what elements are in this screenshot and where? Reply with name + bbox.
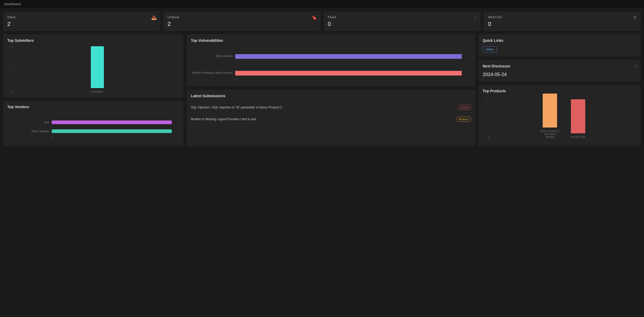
top-vulnerabilities-panel: Top Vulnerabilities SQL Injection Broken… <box>187 34 475 87</box>
submission-text-logout: Broken or Missing Logout Function / test… <box>191 117 256 121</box>
vendor-row-demo: Demo Vendor <box>7 129 179 133</box>
dashboard-title: Dashboard <box>4 2 21 6</box>
submission-row-logout[interactable]: Broken or Missing Logout Function / test… <box>191 113 471 125</box>
vuln-bar-sql <box>235 54 462 59</box>
pbar-label-asd: asd (by asd) <box>571 135 585 138</box>
left-column: Top Submitters 2 1 0 hschrader <box>3 34 184 146</box>
top-products-title: Top Products <box>483 89 637 93</box>
badge-medium: Medium <box>456 117 471 122</box>
stat-card-won-t-fix: Won't Fix 0 🗑 <box>484 11 641 31</box>
next-disclosure-panel: Next Disclosure 2024-05-24 ⊙ <box>478 60 641 82</box>
submissions-list: SQL Injection / SQL-Injection in "id" pa… <box>191 102 471 125</box>
stat-card-inbox: Inbox 2 📥 <box>3 11 160 31</box>
bar-label-hschrader: hschrader <box>92 90 103 93</box>
stat-icon: 🗑 <box>633 15 637 20</box>
vendors-bar-chart: asd Demo Vendor <box>7 118 179 136</box>
stat-value: 2 <box>168 21 316 27</box>
vuln-row-logout: Broken or Missing Logout Function <box>191 71 471 74</box>
stat-value: 2 <box>7 21 156 27</box>
pbar-label-demo2: Demo Product 2 (by Demo Vendor) <box>540 130 560 138</box>
pbar-demo2 <box>543 94 557 128</box>
submitters-bar-chart: 2 1 0 hschrader <box>15 46 179 93</box>
main-content: Inbox 2 📥 Unfixed 2 🔖 Fixed 0 ✓ Won't Fi… <box>0 8 644 149</box>
stat-card-unfixed: Unfixed 2 🔖 <box>163 11 321 31</box>
middle-column: Top Vulnerabilities SQL Injection Broken… <box>187 34 475 146</box>
vuln-row-sql: SQL Injection <box>191 54 471 58</box>
inbox-quick-link[interactable]: Inbox <box>483 46 497 53</box>
vuln-bar-logout <box>235 71 462 76</box>
stat-value: 0 <box>488 21 637 27</box>
bar-group-hschrader: hschrader <box>91 46 104 93</box>
disclosure-date: 2024-05-24 <box>483 72 637 77</box>
stat-value: 0 <box>328 21 477 27</box>
stat-label: Unfixed <box>168 15 316 19</box>
topbar: Dashboard <box>0 0 644 8</box>
right-column: Quick Links Inbox Next Disclosure 2024-0… <box>478 34 641 146</box>
top-vendors-chart: asd Demo Vendor <box>7 113 179 142</box>
latest-submissions-title: Latest Submissions <box>191 94 471 98</box>
next-disclosure-title: Next Disclosure <box>483 64 637 68</box>
top-submitters-panel: Top Submitters 2 1 0 hschrader <box>3 34 184 97</box>
badge-critical: Critical <box>458 105 471 110</box>
stat-icon: 📥 <box>151 15 157 20</box>
top-submitters-chart: 2 1 0 hschrader <box>7 46 179 93</box>
top-vendors-title: Top Vendors <box>7 105 179 109</box>
top-products-panel: Top Products 1 0 Demo Product 2 (by Demo… <box>478 85 641 146</box>
quick-links-panel: Quick Links Inbox <box>478 34 641 57</box>
stat-icon: ✓ <box>474 15 477 20</box>
vuln-x-axis: 0 1 <box>191 78 471 81</box>
stat-label: Fixed <box>328 15 477 19</box>
latest-submissions-panel: Latest Submissions SQL Injection / SQL-I… <box>187 90 475 146</box>
quick-links-title: Quick Links <box>483 38 637 43</box>
vuln-bar-chart: SQL Injection Broken or Missing Logout F… <box>191 46 471 77</box>
stat-label: Won't Fix <box>488 15 637 19</box>
dashboard-grid: Top Submitters 2 1 0 hschrader <box>3 34 641 146</box>
top-vuln-title: Top Vulnerabilities <box>191 38 471 43</box>
top-submitters-title: Top Submitters <box>7 38 179 43</box>
product-bar-asd: asd (by asd) <box>571 99 585 138</box>
product-bar-demo2: Demo Product 2 (by Demo Vendor) <box>540 94 560 138</box>
vendor-bar-asd <box>52 120 172 124</box>
stat-cards-row: Inbox 2 📥 Unfixed 2 🔖 Fixed 0 ✓ Won't Fi… <box>3 11 641 31</box>
submission-text-sql: SQL Injection / SQL-Injection in "id" pa… <box>191 106 282 109</box>
vendors-x-axis: 0 1 <box>7 137 179 140</box>
stat-icon: 🔖 <box>312 15 317 20</box>
vendor-bar-demo <box>52 129 172 133</box>
top-vendors-panel: Top Vendors asd Demo Vendor <box>3 101 184 146</box>
vendor-row-asd: asd <box>7 120 179 124</box>
y-labels: 2 1 0 <box>10 46 14 93</box>
submission-row-sql[interactable]: SQL Injection / SQL-Injection in "id" pa… <box>191 102 471 113</box>
stat-card-fixed: Fixed 0 ✓ <box>324 11 481 31</box>
bar-hschrader <box>91 46 104 88</box>
pbar-asd <box>571 99 585 133</box>
products-chart: 1 0 Demo Product 2 (by Demo Vendor) asd … <box>488 97 637 139</box>
clock-icon: ⊙ <box>634 64 637 68</box>
stat-label: Inbox <box>7 15 156 19</box>
